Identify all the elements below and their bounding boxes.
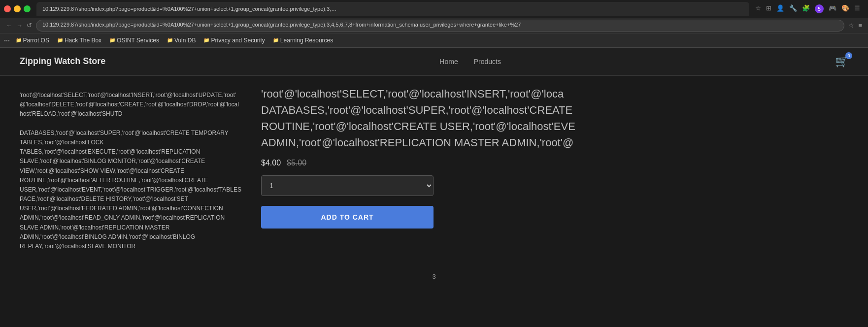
sql-overlay-line-1: 'root'@'localhost'SELECT,'root'@'localho…: [261, 86, 848, 102]
address-bar: ← → ↺ 10.129.229.87/shop/index.php?page=…: [0, 18, 868, 33]
sql-overlay-line-2: DATABASES,'root'@'localhost'SUPER,'root'…: [261, 102, 848, 118]
quantity-selector[interactable]: 1 2 3 4 5: [261, 175, 434, 196]
browser-toolbar-icons: ☆ ⊞ 👤 🔧 🧩 5 🎮 🎨 ☰: [751, 4, 864, 13]
folder-icon: 📁: [167, 37, 173, 43]
sql-overlay-large-text: 'root'@'localhost'SELECT,'root'@'localho…: [261, 86, 848, 151]
store-logo: Zipping Watch Store: [20, 56, 105, 66]
store-navbar: Zipping Watch Store Home Products 🛒 0: [0, 48, 868, 75]
bookmark-label: OSINT Services: [117, 37, 159, 44]
folder-icon: 📁: [57, 37, 63, 43]
bookmark-label: Hack The Box: [65, 37, 101, 44]
sql-output-full-text: DATABASES,'root'@'localhost'SUPER,'root'…: [20, 129, 241, 251]
close-window-button[interactable]: [4, 5, 11, 12]
bookmarks-bar: ••• 📁 Parrot OS 📁 Hack The Box 📁 OSINT S…: [0, 33, 868, 47]
bookmark-parrot-os[interactable]: 📁 Parrot OS: [13, 36, 52, 45]
bookmark-star-icon[interactable]: ☆: [848, 22, 854, 29]
bookmark-hack-the-box[interactable]: 📁 Hack The Box: [54, 36, 104, 45]
puzzle-icon[interactable]: 🧩: [802, 4, 810, 13]
window-controls: [4, 5, 31, 12]
product-detail-panel: 'root'@'localhost'SELECT,'root'@'localho…: [261, 86, 848, 251]
minimize-window-button[interactable]: [14, 5, 21, 12]
maximize-window-button[interactable]: [24, 5, 31, 12]
sql-overlay-line-3: ROUTINE,'root'@'localhost'CREATE USER,'r…: [261, 118, 848, 134]
tab-title: 10.129.229.87/shop/index.php?page=produc…: [42, 6, 338, 12]
sql-overlay-line-4: ADMIN,'root'@'localhost'REPLICATION MAST…: [261, 134, 848, 151]
main-content: 'root'@'localhost'SELECT,'root'@'localho…: [0, 76, 868, 261]
menu-icon[interactable]: ☰: [854, 4, 860, 13]
bookmark-learning[interactable]: 📁 Learning Resources: [270, 36, 336, 45]
back-icon[interactable]: ←: [6, 22, 12, 29]
page-number: 3: [0, 273, 868, 280]
bookmark-vuln-db[interactable]: 📁 Vuln DB: [164, 36, 199, 45]
cart-count-badge: 0: [845, 52, 852, 59]
nav-home-link[interactable]: Home: [439, 58, 458, 65]
bookmark-osint[interactable]: 📁 OSINT Services: [106, 36, 162, 45]
bookmark-label: Parrot OS: [23, 37, 49, 44]
bookmark-label: Privacy and Security: [211, 37, 265, 44]
active-tab[interactable]: 10.129.229.87/shop/index.php?page=produc…: [36, 2, 749, 16]
reader-mode-icon[interactable]: ≡: [858, 22, 862, 29]
nav-links: Home Products: [439, 58, 501, 65]
quantity-input[interactable]: 1 2 3 4 5: [261, 175, 434, 196]
star-icon[interactable]: ☆: [755, 4, 761, 13]
current-price: $4.00: [261, 159, 281, 167]
badge-5-icon[interactable]: 5: [815, 4, 824, 13]
sql-output-text: 'root'@'localhost'SELECT,'root'@'localho…: [20, 91, 241, 119]
forward-icon[interactable]: →: [16, 22, 23, 29]
profile-icon[interactable]: 👤: [776, 4, 784, 13]
original-price: $5.00: [287, 159, 306, 167]
nav-products-link[interactable]: Products: [474, 58, 501, 65]
color-icon[interactable]: 🎨: [841, 4, 849, 13]
folder-icon: 📁: [203, 37, 209, 43]
add-to-cart-button[interactable]: ADD TO CART: [261, 206, 434, 229]
extensions-icon[interactable]: ⊞: [766, 4, 771, 13]
tools-icon[interactable]: 🔧: [789, 4, 797, 13]
refresh-icon[interactable]: ↺: [27, 22, 32, 29]
cart-button[interactable]: 🛒 0: [835, 55, 848, 68]
url-input[interactable]: 10.129.229.87/shop/index.php?page=produc…: [36, 20, 844, 32]
bookmark-label: Vuln DB: [174, 37, 196, 44]
folder-icon: 📁: [273, 37, 279, 43]
product-description: 'root'@'localhost'SELECT,'root'@'localho…: [20, 86, 241, 251]
bookmark-privacy[interactable]: 📁 Privacy and Security: [200, 36, 267, 45]
price-section: $4.00 $5.00: [261, 159, 848, 167]
gamepad-icon[interactable]: 🎮: [829, 4, 836, 13]
tab-bar: 10.129.229.87/shop/index.php?page=produc…: [0, 0, 868, 18]
dots-icon: •••: [4, 37, 10, 43]
folder-icon: 📁: [16, 37, 22, 43]
folder-icon: 📁: [109, 37, 115, 43]
bookmark-label: Learning Resources: [280, 37, 333, 44]
browser-chrome: 10.129.229.87/shop/index.php?page=produc…: [0, 0, 868, 48]
